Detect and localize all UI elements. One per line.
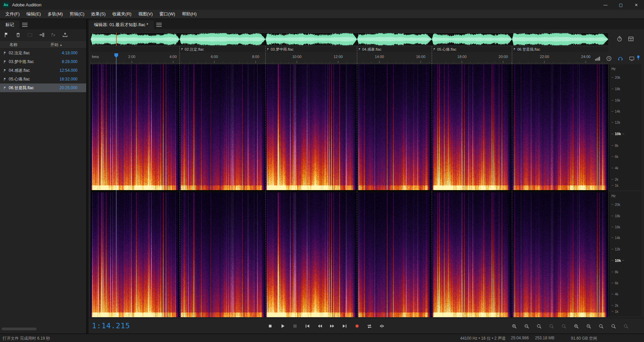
record-button[interactable] [351, 321, 363, 331]
ruler-tick-label: 22:00 [540, 55, 549, 59]
marker-row[interactable]: 02.注定.flac4:18.000 [0, 49, 86, 57]
editor-panel-menu-icon[interactable] [156, 23, 162, 27]
marker-name: 04.感谢.flac [9, 68, 30, 73]
fast-forward-button[interactable] [326, 321, 338, 331]
timeline-marker-label[interactable]: 03.梦中雨.flac [265, 47, 293, 52]
playback-time-display[interactable]: 1:14.215 [92, 322, 130, 330]
marker-row[interactable]: 04.感谢.flac12:54.000 [0, 66, 86, 75]
menu-item-7[interactable]: 窗口(W) [156, 10, 178, 18]
rewind-button[interactable] [314, 321, 325, 331]
ruler-tick-mark [421, 61, 421, 63]
ruler-icons [594, 55, 635, 62]
menu-item-2[interactable]: 多轨(M) [44, 10, 66, 18]
zoom-out-button[interactable] [522, 322, 532, 331]
spectrogram-display[interactable] [91, 64, 608, 317]
add-marker-icon[interactable] [3, 31, 10, 39]
freq-label: 20k [611, 76, 620, 79]
spectral-settings-icon[interactable] [616, 35, 623, 43]
close-button[interactable]: ✕ [629, 0, 644, 10]
overview-waveform[interactable] [91, 33, 608, 46]
horizontal-scrollbar[interactable] [2, 328, 37, 330]
headphones-icon[interactable] [616, 55, 624, 62]
timeline-marker-label[interactable]: 05.心痛.flac [432, 47, 456, 52]
timeline-ruler[interactable]: hms 2:004:006:008:0010:0012:0014:0016:00… [91, 53, 608, 63]
zoom-amplitude-in-button[interactable] [571, 322, 581, 331]
zoom-out-point-button[interactable] [559, 322, 569, 331]
pin-panel-icon[interactable] [635, 54, 642, 61]
export-markers-icon[interactable] [61, 31, 69, 39]
timeline-marker-text: 03.梦中雨.flac [271, 47, 293, 52]
clock-icon[interactable] [605, 55, 612, 62]
marker-label-strip: 02.注定.flac03.梦中雨.flac04.感谢.flac05.心痛.fla… [91, 47, 608, 52]
panel-grid-icon[interactable] [627, 35, 635, 43]
marker-flag-icon [3, 86, 7, 90]
loop-button[interactable] [364, 321, 375, 331]
skip-to-start-button[interactable] [302, 321, 313, 331]
ruler-tick-label: 2:00 [128, 55, 135, 59]
merge-markers-icon[interactable] [50, 31, 57, 39]
monitor-icon[interactable] [628, 55, 635, 62]
timeline-marker-label[interactable]: 02.注定.flac [179, 47, 204, 52]
insert-into-multitrack-icon[interactable] [38, 31, 45, 39]
marker-start-time: 8:28.000 [62, 59, 77, 64]
marker-start-time: 16:32.000 [60, 77, 77, 81]
freq-label: 16k [611, 225, 620, 229]
minimize-button[interactable]: — [598, 0, 613, 10]
play-button[interactable] [277, 321, 288, 331]
freq-label: 14k [611, 236, 620, 240]
zoom-in-point-button[interactable] [546, 322, 556, 331]
ruler-tick-mark [586, 61, 586, 63]
skip-selection-button[interactable] [376, 321, 387, 331]
panel-menu-icon[interactable] [22, 23, 28, 27]
transport-buttons [264, 321, 387, 331]
timeline-marker-label[interactable]: 04.感谢.flac [357, 47, 381, 52]
marker-row[interactable]: 05.心痛.flac16:32.000 [0, 75, 86, 83]
maximize-button[interactable]: ▢ [613, 0, 629, 10]
marker-name: 06.甘是我.flac [9, 85, 34, 91]
ruler-tick-label: 12:00 [333, 55, 343, 59]
freq-label: 6k [611, 281, 619, 285]
ruler-tick-label: 18:00 [458, 55, 467, 59]
marker-row[interactable]: 03.梦中雨.flac8:28.000 [0, 57, 86, 66]
spectrogram-right-channel[interactable] [91, 192, 608, 317]
timeline-marker-text: 06.甘是我.flac [517, 47, 540, 52]
menu-item-6[interactable]: 视图(V) [135, 10, 156, 18]
menu-item-1[interactable]: 编辑(E) [23, 10, 44, 18]
stop-button[interactable] [264, 321, 276, 331]
menu-item-5[interactable]: 收藏夹(R) [109, 10, 135, 18]
menu-item-4[interactable]: 效果(S) [88, 10, 109, 18]
pause-button[interactable] [289, 321, 301, 331]
spectrogram-left-channel[interactable] [91, 64, 608, 190]
levels-meter-icon[interactable] [594, 55, 601, 62]
menu-item-3[interactable]: 剪辑(C) [66, 10, 88, 18]
markers-panel-tabbar: 标记 [0, 19, 86, 29]
freq-label: 10k [611, 132, 624, 136]
frequency-scale-right: Hz20k18k16k14k12k10k8k6k4k2k1k [609, 191, 641, 316]
zoom-settings-button[interactable] [621, 322, 631, 331]
ruler-tick-mark [132, 61, 132, 63]
skip-to-end-button[interactable] [339, 321, 350, 331]
timeline-marker-label[interactable]: 06.甘是我.flac [512, 47, 540, 52]
tab-markers[interactable]: 标记 [0, 20, 19, 29]
ruler-tick-mark [379, 61, 380, 63]
zoom-amplitude-out-button[interactable] [584, 322, 594, 331]
menu-item-8[interactable]: 帮助(H) [178, 10, 200, 18]
markers-column-header: 名称 开始 ▲ [0, 41, 86, 49]
tab-editor[interactable]: 编辑器: 01.最后才知影.flac * [89, 20, 154, 29]
zoom-in-button[interactable] [509, 322, 519, 331]
delete-marker-icon[interactable] [14, 31, 22, 39]
menu-item-0[interactable]: 文件(F) [2, 10, 23, 18]
timeline-marker-text: 02.注定.flac [185, 47, 204, 52]
column-name-label[interactable]: 名称 [9, 42, 17, 48]
zoom-reset-button[interactable] [608, 322, 619, 331]
freq-label: 12k [611, 247, 620, 251]
zoom-buttons [509, 322, 631, 331]
overview-playhead[interactable] [116, 33, 117, 46]
zoom-selection-button[interactable] [534, 322, 544, 331]
overview-waveform-canvas[interactable] [91, 33, 608, 46]
marker-row[interactable]: 06.甘是我.flac20:25.000 [0, 83, 86, 92]
freq-label: 18k [611, 214, 620, 218]
column-start-label[interactable]: 开始 ▲ [50, 42, 62, 48]
zoom-full-button[interactable] [596, 322, 606, 331]
range-marker-icon[interactable] [26, 31, 34, 39]
